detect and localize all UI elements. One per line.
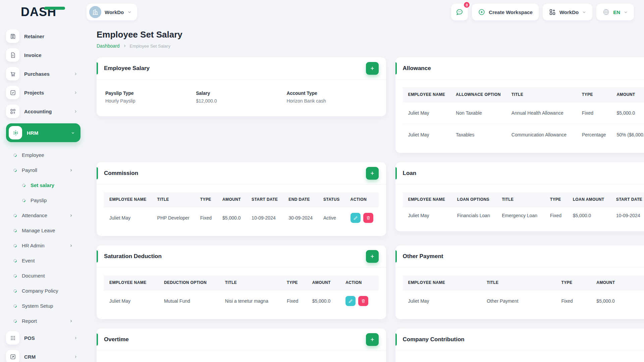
cards-grid: Employee Salary Payslip Type Hourly Pays… [97,57,634,362]
column-header: AMOUNT [217,192,246,207]
add-overtime-button[interactable] [366,333,379,346]
sidebar-item-accounting[interactable]: Accounting [6,105,87,118]
column-header: EMPLOYEE NAME [403,87,451,102]
sidebar-item-projects[interactable]: Projects [6,86,87,99]
loan-table: EMPLOYEE NAME LOAN OPTIONS TITLE TYPE LO… [403,192,644,224]
add-commission-button[interactable] [366,167,379,180]
sidebar-item-hrm[interactable]: HRM [6,123,80,142]
workspace-avatar [89,6,101,18]
sidebar-item-event[interactable]: Event [13,253,87,268]
sidebar-item-payroll[interactable]: Payroll [13,163,87,178]
edit-button[interactable] [351,213,361,223]
cell-type: Fixed [195,207,217,229]
column-header: START DATE [611,192,644,207]
card-body [97,351,386,362]
cell-title: Communication Allowance [506,124,577,146]
workspace-name: WorkDo [105,9,124,15]
card-title: Saturation Deduction [104,253,162,260]
cell-employee: Juliet May [104,207,152,229]
column-header: EMPLOYEE NAME [104,275,159,290]
card-header: Allowance [395,57,644,80]
card-title: Commission [104,170,138,177]
sidebar-item-employee[interactable]: Employee [13,147,87,163]
overtime-card: Overtime [97,328,386,362]
apps-menu-button[interactable]: WorkDo [543,4,592,20]
cell-amount: $5,000.0 [307,290,340,312]
delete-button[interactable] [363,213,373,223]
edit-button[interactable] [345,296,356,306]
sidebar-item-manage-leave[interactable]: Manage Leave [13,223,87,238]
table-header-row: EMPLOYEE NAME DEDUCTION OPTION TITLE TYP… [104,275,379,290]
chevron-right-icon [73,72,78,76]
language-button[interactable]: EN [596,4,634,20]
cell-type: Fixed [556,290,591,312]
plus-icon [370,171,375,176]
field-value: $12,000.0 [196,98,286,104]
table-header-row: EMPLOYEE NAME TITLE TYPE AMOUNT START DA… [104,192,379,207]
sidebar-item-payslip[interactable]: Payslip [22,193,87,208]
chevron-right-icon [73,336,78,340]
page-title: Employee Set Salary [97,29,634,40]
allowance-table: EMPLOYEE NAME ALLOWNACE OPTION TITLE TYP… [403,87,644,145]
sidebar-item-document[interactable]: Document [13,268,87,283]
table-row: Juliet May Other Payment Fixed $5,000.0 [403,290,644,312]
delete-button[interactable] [358,296,368,306]
chevron-right-icon [69,319,73,323]
sidebar-item-report[interactable]: Report [13,313,87,328]
plus-icon [370,66,375,71]
language-code: EN [613,9,620,15]
table-row: Juliet May PHP Developer Fixed $5,000.0 … [104,207,379,229]
sidebar-item-label: Invoice [24,52,42,58]
trash-icon [361,299,366,303]
table-header-row: EMPLOYEE NAME TITLE TYPE AMOUNT ACTION [403,275,644,290]
sidebar-item-label: CRM [24,354,36,360]
cell-employee: Juliet May [403,102,451,124]
sidebar-item-label: Accounting [24,109,52,114]
chevron-right-icon [73,109,78,114]
create-workspace-button[interactable]: Create Workspace [472,4,539,20]
card-title: Company Contribution [403,336,465,343]
cell-option: Mutual Fund [159,290,220,312]
breadcrumb-dashboard-link[interactable]: Dashboard [97,43,120,49]
chevron-right-icon [73,90,78,95]
sidebar-item-purchases[interactable]: Purchases [6,67,87,80]
cell-employee: Juliet May [403,290,482,312]
field-label: Payslip Type [105,90,196,96]
create-workspace-label: Create Workspace [489,9,533,15]
table-row: Juliet May Taxables Communication Allowa… [403,124,644,146]
sidebar-item-hr-admin[interactable]: HR Admin [13,238,87,253]
cell-amount: 50% ($6,000.0) [611,124,644,146]
brand-logo[interactable]: DASH [0,5,87,19]
workspace-switcher[interactable]: WorkDo [87,4,137,20]
crm-icon [6,350,19,362]
add-employee-salary-button[interactable] [366,62,379,75]
sidebar-item-set-salary[interactable]: Set salary [22,178,87,193]
sidebar-item-attendance[interactable]: Attendance [13,208,87,223]
sidebar-item-company-policy[interactable]: Company Policy [13,283,87,298]
card-body: EMPLOYEE NAME TITLE TYPE AMOUNT ACTION J… [395,268,644,319]
add-saturation-deduction-button[interactable] [366,250,379,263]
sidebar-subitem-label: Document [22,273,45,279]
card-header: Saturation Deduction [97,245,386,268]
cell-type: Fixed [545,207,568,224]
sidebar-item-crm[interactable]: CRM [6,350,87,362]
bullet-icon [13,228,17,233]
sidebar-subitem-label: Payroll [22,167,37,173]
chevron-right-icon [123,44,127,48]
sidebar-item-pos[interactable]: POS [6,331,87,345]
apps-grid-icon [549,8,556,16]
chevron-right-icon [69,244,73,248]
sidebar-item-system-setup[interactable]: System Setup [13,298,87,313]
card-title: Overtime [104,336,129,343]
column-header: AMOUNT [307,275,340,290]
sidebar-item-retainer[interactable]: Retainer [6,29,87,43]
messages-button[interactable]: 0 [451,4,468,20]
logo-green-bar [44,7,65,10]
chevron-right-icon [69,168,73,172]
pos-grid-icon [6,331,19,345]
bullet-icon [13,168,17,172]
column-header: START DATE [246,192,283,207]
plus-icon [370,254,375,259]
bullet-icon [13,258,17,263]
sidebar-item-invoice[interactable]: Invoice [6,48,87,62]
